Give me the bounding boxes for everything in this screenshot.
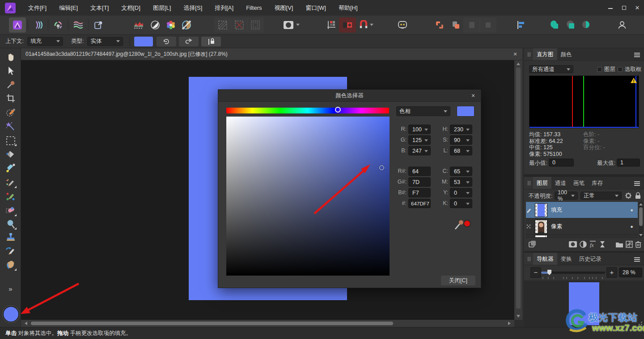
- scroll-down-arrow-icon[interactable]: [517, 315, 520, 318]
- fill-color-swatch[interactable]: [134, 37, 153, 46]
- auto-white-balance-button[interactable]: [178, 17, 195, 33]
- tab-histogram[interactable]: 直方图: [533, 48, 557, 60]
- assistant-button[interactable]: [394, 17, 411, 33]
- layer-thumbnail-portrait[interactable]: [535, 220, 547, 234]
- g-hex-field[interactable]: 7D: [408, 177, 431, 187]
- tab-brushes[interactable]: 画笔: [570, 177, 588, 189]
- liquify-persona-button[interactable]: [30, 17, 47, 33]
- rotate-fill-button[interactable]: [157, 37, 176, 46]
- layer-checkbox[interactable]: [597, 66, 602, 72]
- menu-document[interactable]: 文档[D]: [115, 0, 147, 16]
- auto-levels-button[interactable]: [130, 17, 147, 33]
- blend-ranges-icon[interactable]: [626, 241, 633, 248]
- hue-slider-handle[interactable]: [335, 107, 341, 113]
- paint-brush-tool[interactable]: [4, 176, 17, 189]
- max-input[interactable]: 1: [617, 159, 640, 167]
- horizontal-scroll-thumb[interactable]: [31, 322, 393, 325]
- tab-channels[interactable]: 通道: [551, 177, 570, 189]
- boolean-subtract-button[interactable]: [562, 17, 579, 33]
- marquee-tool[interactable]: [4, 134, 17, 147]
- maximize-button[interactable]: [617, 0, 631, 16]
- marquee-checkbox[interactable]: [618, 66, 623, 72]
- blend-options-gear-icon[interactable]: [625, 192, 632, 199]
- dialog-close-icon[interactable]: ×: [469, 90, 477, 102]
- develop-persona-button[interactable]: [50, 17, 67, 33]
- color-picker-tool[interactable]: [4, 79, 17, 91]
- menu-select[interactable]: 选择[S]: [177, 0, 208, 16]
- gradient-tool[interactable]: [4, 162, 17, 174]
- vertical-scroll-thumb[interactable]: [516, 67, 521, 309]
- menu-file[interactable]: 文件[F]: [22, 0, 53, 16]
- photo-persona-button[interactable]: [9, 17, 26, 33]
- hue-slider[interactable]: [226, 108, 389, 113]
- tab-stock[interactable]: 库存: [588, 177, 606, 189]
- panel-menu-icon[interactable]: [632, 177, 644, 189]
- saturation-lightness-box[interactable]: [226, 117, 390, 276]
- scroll-left-arrow-icon[interactable]: [25, 322, 27, 325]
- smudge-tool[interactable]: [4, 259, 17, 272]
- panel-menu-icon[interactable]: [632, 253, 644, 265]
- color-selection-marker[interactable]: [379, 165, 384, 170]
- document-tab-close-icon[interactable]: ×: [512, 50, 519, 58]
- close-button[interactable]: ✕: [631, 0, 644, 16]
- hourglass-icon[interactable]: [599, 241, 606, 248]
- alignment-button[interactable]: [512, 17, 529, 33]
- b-hex-field[interactable]: F7: [408, 188, 431, 197]
- zoom-slider-handle[interactable]: [547, 270, 551, 275]
- crop-tool[interactable]: [4, 92, 17, 105]
- navigator-preview[interactable]: [524, 280, 644, 327]
- boolean-add-button[interactable]: [546, 17, 563, 33]
- min-input[interactable]: 0: [549, 159, 574, 167]
- tonemap-persona-button[interactable]: [70, 17, 87, 33]
- erase-tool[interactable]: [4, 205, 17, 217]
- group-layers-folder-icon[interactable]: [615, 241, 623, 248]
- selection-from-layer-button[interactable]: [214, 17, 231, 33]
- layer-row-fill[interactable]: 填充 ●: [526, 202, 638, 218]
- layers-scroll-thumb[interactable]: [639, 207, 643, 226]
- quick-mask-dropdown[interactable]: [296, 21, 302, 29]
- menu-text[interactable]: 文本[T]: [84, 0, 115, 16]
- r-value-field[interactable]: 100: [408, 125, 431, 134]
- selection-brush-tool[interactable]: [4, 106, 17, 118]
- duplicate-layer-icon[interactable]: [529, 240, 537, 248]
- s-value-field[interactable]: 90: [450, 135, 472, 145]
- menu-arrange[interactable]: 排列[A]: [208, 0, 240, 16]
- m-value-field[interactable]: 53: [450, 177, 472, 187]
- snapping-dropdown[interactable]: [370, 21, 376, 29]
- tab-history[interactable]: 历史记录: [576, 253, 605, 265]
- scroll-up-arrow-icon[interactable]: [517, 63, 520, 65]
- tab-transform[interactable]: 变换: [557, 253, 576, 265]
- clone-stamp-tool[interactable]: [4, 231, 17, 244]
- colour-replacement-tool[interactable]: [4, 190, 17, 203]
- zoom-out-button[interactable]: −: [530, 267, 541, 278]
- layer-thumbnail-fill[interactable]: [535, 203, 547, 217]
- layer-visibility-dot[interactable]: ●: [630, 224, 633, 229]
- layer-row-pixel[interactable]: 像素 ●: [526, 218, 638, 235]
- more-tools-button[interactable]: »: [4, 282, 17, 295]
- b-value-field[interactable]: 247: [408, 146, 431, 155]
- snapshot-disabled-button-1[interactable]: [463, 17, 480, 33]
- scroll-right-arrow-icon[interactable]: [508, 322, 511, 325]
- minimize-button[interactable]: [604, 0, 617, 16]
- pixel-grid-button[interactable]: [323, 17, 340, 33]
- quick-mask-button[interactable]: [280, 17, 297, 33]
- view-hand-tool[interactable]: [4, 51, 17, 63]
- tab-layers[interactable]: 图层: [533, 177, 551, 189]
- flood-fill-tool[interactable]: [4, 148, 17, 161]
- lock-aspect-button[interactable]: [201, 37, 221, 46]
- zoom-in-button[interactable]: +: [606, 267, 617, 278]
- export-persona-button[interactable]: [90, 17, 107, 33]
- menu-window[interactable]: 窗口[W]: [299, 0, 332, 16]
- auto-contrast-button[interactable]: [147, 17, 164, 33]
- tab-color[interactable]: 颜色: [557, 48, 576, 60]
- panel-menu-icon[interactable]: [632, 48, 644, 60]
- menu-edit[interactable]: 编辑[E]: [53, 0, 84, 16]
- k-value-field[interactable]: 0: [450, 199, 472, 208]
- account-button[interactable]: [614, 17, 631, 33]
- move-by-pixel-button[interactable]: [339, 17, 356, 33]
- l-value-field[interactable]: 68: [450, 146, 472, 155]
- y-value-field[interactable]: 0: [450, 188, 472, 197]
- menu-layer[interactable]: 图层[L]: [147, 0, 177, 16]
- layer-visibility-dot[interactable]: ●: [630, 207, 633, 213]
- tab-navigator[interactable]: 导航器: [533, 253, 557, 265]
